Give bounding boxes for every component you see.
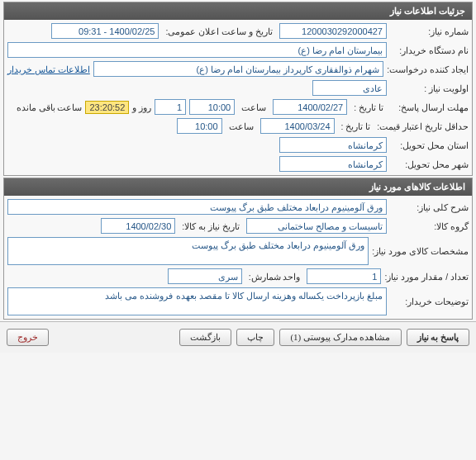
exit-button[interactable]: خروج: [7, 329, 49, 346]
need-info-header: جزئیات اطلاعات نیاز: [4, 2, 472, 20]
remaining-label: ساعت باقی مانده: [17, 102, 83, 112]
buyer-contact-link[interactable]: اطلاعات تماس خریدار: [7, 64, 90, 74]
need-date-value[interactable]: 1400/02/30: [101, 218, 175, 234]
unit-label: واحد شمارش:: [245, 272, 304, 282]
min-valid-label: حداقل تاریخ اعتبار قیمت:: [377, 121, 469, 131]
notes-value[interactable]: مبلغ بازپرداخت یکساله وهزینه ارسال کالا …: [7, 287, 387, 315]
respond-button[interactable]: پاسخ به نیاز: [407, 329, 470, 346]
goods-info-section: اطلاعات کالاهای مورد نیاز شرح کلی نیاز: …: [3, 178, 473, 320]
view-attachments-button[interactable]: مشاهده مدارک پیوستی (1): [279, 329, 401, 346]
time-label-2: ساعت: [226, 121, 257, 131]
need-date-label: تاریخ نیاز به کالا:: [178, 221, 243, 231]
need-number-value[interactable]: 1200030292000427: [279, 23, 387, 39]
city-label: شهر محل تحویل:: [390, 159, 469, 169]
notes-label: توضیحات خریدار:: [390, 296, 469, 306]
province-label: استان محل تحویل:: [390, 140, 469, 150]
announce-label: تاریخ و ساعت اعلان عمومی:: [162, 26, 276, 36]
to-date-label: تا تاریخ :: [350, 102, 387, 112]
group-value[interactable]: تاسیسات و مصالح ساختمانی: [246, 218, 387, 234]
city-value[interactable]: کرمانشاه: [279, 156, 387, 172]
min-valid-date[interactable]: 1400/03/24: [260, 118, 335, 134]
announce-value[interactable]: 1400/02/25 - 09:31: [51, 23, 159, 39]
title-value[interactable]: ورق آلومینیوم درابعاد مختلف طبق برگ پیوس…: [7, 199, 387, 215]
qty-label: تعداد / مقدار مورد نیاز:: [384, 272, 469, 282]
unit-value[interactable]: سری: [168, 268, 242, 284]
priority-label: اولویت نیاز :: [390, 83, 469, 93]
deadline-label: مهلت ارسال پاسخ:: [390, 102, 469, 112]
days-value[interactable]: 1: [155, 99, 186, 115]
group-label: گروه کالا:: [390, 221, 469, 231]
countdown-timer: 23:20:52: [85, 101, 129, 114]
creator-value[interactable]: شهرام ذوالفقاری کارپرداز بیمارستان امام …: [93, 61, 383, 77]
min-valid-time[interactable]: 10:00: [177, 118, 222, 134]
buyer-label: نام دستگاه خریدار:: [390, 45, 469, 55]
creator-label: ایجاد کننده درخواست:: [387, 64, 469, 74]
specs-label: مشخصات کالای مورد نیاز:: [372, 246, 469, 256]
goods-info-header: اطلاعات کالاهای مورد نیاز: [4, 178, 472, 196]
days-label: روز و: [132, 102, 151, 112]
specs-value[interactable]: ورق آلومینیوم درابعاد مختلف طبق برگ پیوس…: [7, 237, 369, 265]
back-button[interactable]: بازگشت: [179, 329, 231, 346]
deadline-date[interactable]: 1400/02/27: [273, 99, 347, 115]
title-label: شرح کلی نیاز:: [390, 202, 469, 212]
to-date-label-2: تا تاریخ :: [338, 121, 374, 131]
need-number-label: شماره نیاز:: [390, 26, 469, 36]
qty-value[interactable]: 1: [307, 268, 381, 284]
print-button[interactable]: چاپ: [236, 329, 274, 346]
deadline-time[interactable]: 10:00: [189, 99, 235, 115]
empty-area: [0, 353, 476, 406]
buyer-value[interactable]: بیمارستان امام رضا (ع): [7, 42, 387, 58]
priority-value[interactable]: عادی: [312, 80, 387, 96]
time-label-1: ساعت: [238, 102, 269, 112]
need-info-section: جزئیات اطلاعات نیاز شماره نیاز: 12000302…: [3, 2, 473, 176]
province-value[interactable]: کرمانشاه: [279, 137, 387, 153]
button-bar: پاسخ به نیاز مشاهده مدارک پیوستی (1) چاپ…: [0, 321, 476, 353]
